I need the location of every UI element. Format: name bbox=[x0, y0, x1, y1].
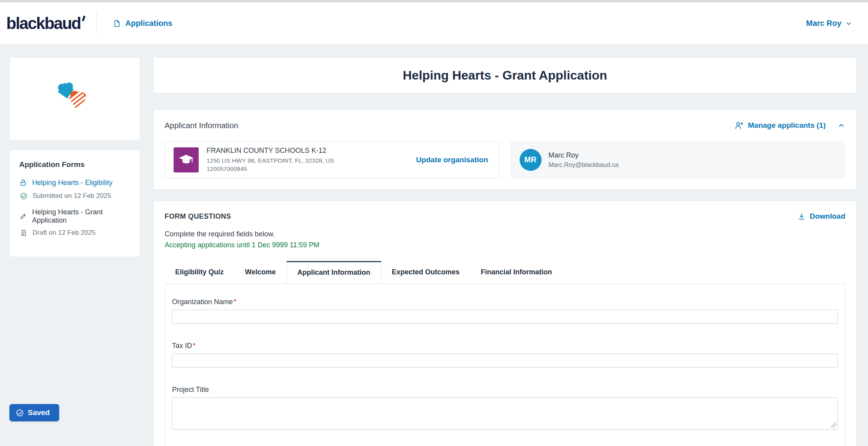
lock-icon bbox=[19, 179, 27, 187]
pencil-icon bbox=[19, 212, 27, 220]
check-circle-icon bbox=[16, 409, 24, 417]
applicant-information-header: Applicant Information Manage applicants … bbox=[165, 121, 845, 130]
user-menu[interactable]: Marc Roy bbox=[806, 19, 852, 28]
blackbaud-logo-mark bbox=[82, 15, 85, 21]
page-title: Helping Hearts - Grant Application bbox=[403, 68, 607, 83]
form-questions-title: FORM QUESTIONS bbox=[165, 212, 231, 221]
sidebar-item-label: Submitted on 12 Feb 2025 bbox=[33, 192, 111, 200]
applications-label: Applications bbox=[125, 19, 172, 28]
top-navbar: blackbaud Applications Marc Roy bbox=[0, 2, 868, 45]
graduation-cap-icon bbox=[178, 152, 194, 168]
tab-eligibility-quiz[interactable]: Eligibility Quiz bbox=[165, 261, 234, 283]
project-title-textarea[interactable] bbox=[172, 397, 838, 430]
applicant-information-card: Applicant Information Manage applicants … bbox=[153, 109, 857, 190]
organisation-id: 120057000845 bbox=[207, 165, 408, 173]
person-plus-icon bbox=[734, 121, 744, 130]
saved-status-button[interactable]: Saved bbox=[9, 404, 59, 421]
sidebar-item-grant-application-form[interactable]: Helping Hearts - Grant Application bbox=[19, 208, 130, 225]
field-label: Project Title bbox=[172, 386, 838, 394]
sidebar-item-label: Helping Hearts - Grant Application bbox=[32, 208, 130, 225]
applicant-information-title: Applicant Information bbox=[165, 121, 238, 130]
navbar-divider bbox=[96, 12, 97, 35]
form-tabs: Eligibility Quiz Welcome Applicant Infor… bbox=[165, 261, 845, 284]
sidebar-item-grant-application-status: Draft on 12 Feb 2025 bbox=[19, 228, 130, 238]
funder-logo-card bbox=[9, 57, 140, 140]
application-forms-card: Application Forms Helping Hearts - Eligi… bbox=[9, 150, 140, 257]
required-asterisk: * bbox=[193, 342, 196, 350]
page-title-card: Helping Hearts - Grant Application bbox=[153, 57, 857, 93]
organisation-address: 1250 US HWY 98, EASTPOINT, FL, 32328, US bbox=[207, 157, 408, 165]
main-content: Helping Hearts - Grant Application Appli… bbox=[153, 57, 857, 446]
applications-link[interactable]: Applications bbox=[112, 19, 172, 28]
form-instructions: Complete the required fields below. bbox=[165, 230, 845, 238]
applicant-summary-box: MR Marc Roy Marc.Roy@blackbaud.ca bbox=[511, 141, 846, 178]
tax-id-input[interactable] bbox=[172, 354, 838, 368]
chevron-up-icon bbox=[837, 121, 845, 129]
required-asterisk: * bbox=[234, 298, 236, 306]
manage-applicants-label: Manage applicants (1) bbox=[748, 121, 826, 130]
tab-panel-applicant-information: Organization Name* Tax ID* Project Title… bbox=[165, 284, 845, 446]
organisation-summary-box: FRANKLIN COUNTY SCHOOLS K-12 1250 US HWY… bbox=[165, 141, 500, 178]
field-tax-id: Tax ID* bbox=[172, 342, 838, 368]
blackbaud-logo-text: blackbaud bbox=[6, 14, 81, 33]
update-organisation-link[interactable]: Update organisation bbox=[416, 156, 488, 164]
download-icon bbox=[797, 212, 806, 221]
tab-welcome[interactable]: Welcome bbox=[234, 261, 286, 283]
organisation-tile bbox=[174, 147, 199, 172]
sidebar-item-eligibility-status: Submitted on 12 Feb 2025 bbox=[19, 191, 130, 201]
chevron-down-icon bbox=[845, 20, 852, 27]
check-circle-icon bbox=[20, 192, 27, 200]
tab-expected-outcomes[interactable]: Expected Outcomes bbox=[381, 261, 470, 283]
applicant-email: Marc.Roy@blackbaud.ca bbox=[549, 161, 619, 169]
organisation-name: FRANKLIN COUNTY SCHOOLS K-12 bbox=[207, 147, 408, 155]
sidebar-item-label: Helping Hearts - Eligibility bbox=[32, 179, 112, 187]
download-link[interactable]: Download bbox=[797, 212, 845, 221]
collapse-section-toggle[interactable] bbox=[837, 121, 845, 129]
download-label: Download bbox=[810, 212, 845, 221]
applications-document-icon bbox=[112, 19, 121, 28]
applicant-name: Marc Roy bbox=[549, 151, 619, 160]
application-forms-title: Application Forms bbox=[19, 160, 130, 169]
field-project-title: Project Title bbox=[172, 386, 838, 430]
manage-applicants-link[interactable]: Manage applicants (1) bbox=[734, 121, 826, 130]
tab-financial-information[interactable]: Financial Information bbox=[470, 261, 563, 283]
organization-name-input[interactable] bbox=[172, 310, 838, 324]
sidebar-item-label: Draft on 12 Feb 2025 bbox=[33, 229, 96, 237]
field-organization-name: Organization Name* bbox=[172, 298, 838, 324]
tab-applicant-information[interactable]: Applicant Information bbox=[286, 261, 381, 283]
user-menu-name: Marc Roy bbox=[806, 19, 841, 28]
blackbaud-logo[interactable]: blackbaud bbox=[6, 14, 85, 33]
form-questions-card: FORM QUESTIONS Download Complete the req… bbox=[153, 201, 857, 446]
heart-hands-logo bbox=[52, 80, 98, 118]
sidebar-item-eligibility-form[interactable]: Helping Hearts - Eligibility bbox=[19, 178, 130, 188]
saved-label: Saved bbox=[28, 408, 50, 417]
applicant-avatar: MR bbox=[520, 149, 542, 171]
field-label: Tax ID* bbox=[172, 342, 838, 350]
accepting-deadline-text: Accepting applications until 1 Dec 9999 … bbox=[165, 241, 845, 249]
field-label: Organization Name* bbox=[172, 298, 838, 306]
draft-document-icon bbox=[20, 229, 27, 237]
